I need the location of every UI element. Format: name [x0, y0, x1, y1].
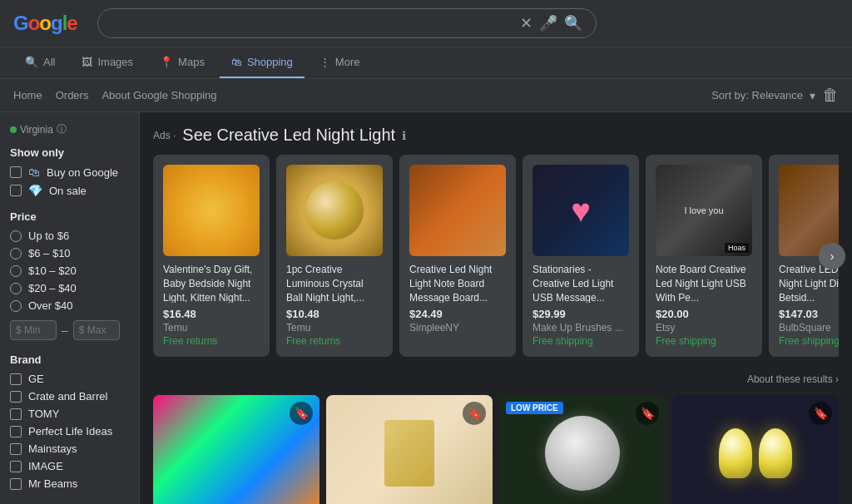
bookmark-button-0[interactable]: 🔖 — [290, 402, 313, 425]
about-results[interactable]: About these results › — [153, 373, 839, 385]
sub-nav-right: Sort by: Relevance ▾ 🗑 — [711, 86, 839, 105]
sort-label: Sort by: Relevance — [711, 89, 803, 101]
product-price-5: $147.03 — [779, 308, 839, 320]
brand-crate-barrel-checkbox[interactable] — [10, 391, 22, 403]
brand-crate-barrel-label: Crate and Barrel — [28, 390, 107, 403]
product-seller-0: Temu — [163, 322, 260, 334]
bookmark-button-2[interactable]: 🔖 — [636, 402, 659, 425]
location-badge: Virginia ⓘ — [10, 122, 129, 136]
brand-mainstays[interactable]: Mainstays — [10, 442, 129, 455]
brand-mr-beams-checkbox[interactable] — [10, 478, 22, 490]
buy-google-checkbox[interactable] — [10, 166, 22, 178]
product-img-2 — [409, 165, 506, 256]
price-up-to-6[interactable]: Up to $6 — [10, 230, 129, 242]
filter-on-sale[interactable]: 💎 On sale — [10, 184, 129, 197]
grid-card-2[interactable]: LOW PRICE 🔖 — [499, 395, 666, 504]
price-radio-4[interactable] — [10, 283, 22, 294]
next-arrow-button[interactable]: › — [819, 243, 845, 269]
tab-more[interactable]: ⋮ More — [308, 47, 372, 78]
grid-card-0[interactable]: 🔖 — [153, 395, 320, 504]
search-bar: Creative Led Night Light ✕ 🎤 🔍 — [97, 8, 597, 38]
price-6-10[interactable]: $6 – $10 — [10, 247, 129, 259]
brand-mainstays-checkbox[interactable] — [10, 443, 22, 455]
price-radio-3[interactable] — [10, 265, 22, 277]
show-only-title: Show only — [10, 146, 129, 159]
brand-tomy[interactable]: TOMY — [10, 408, 129, 420]
price-over-40[interactable]: Over $40 — [10, 299, 129, 312]
product-img-0 — [163, 165, 260, 256]
tab-maps[interactable]: 📍 Maps — [148, 47, 216, 78]
voice-search-button[interactable]: 🎤 — [539, 14, 557, 32]
brand-perfect-life[interactable]: Perfect Life Ideas — [10, 425, 129, 437]
grid-card-3[interactable]: 🔖 — [672, 395, 839, 504]
price-min-input[interactable] — [10, 320, 57, 340]
more-icon: ⋮ — [320, 56, 330, 68]
price-label-3: $10 – $20 — [28, 264, 77, 277]
brand-image-label: IMAGE — [28, 460, 63, 472]
price-radio-2[interactable] — [10, 248, 22, 259]
location-info-icon[interactable]: ⓘ — [57, 122, 67, 136]
header: Google Creative Led Night Light ✕ 🎤 🔍 — [0, 0, 852, 47]
ads-info-icon[interactable]: ℹ — [402, 129, 406, 142]
product-shipping-4: Free shipping — [656, 335, 752, 347]
product-shipping-3: Free shipping — [532, 335, 629, 347]
main-layout: Virginia ⓘ Show only 🛍 Buy on Google 💎 O… — [0, 112, 852, 504]
content-area: Ads · See Creative Led Night Light ℹ Val… — [140, 112, 852, 504]
product-card-1[interactable]: 1pc Creative Luminous Crystal Ball Night… — [276, 155, 393, 357]
price-radio-5[interactable] — [10, 300, 22, 312]
product-price-1: $10.48 — [286, 308, 383, 320]
brand-image-checkbox[interactable] — [10, 461, 22, 472]
brand-ge[interactable]: GE — [10, 373, 129, 385]
tab-all[interactable]: 🔍 All — [13, 47, 67, 78]
buy-google-label: Buy on Google — [47, 166, 118, 179]
ads-products-container: Valentine's Day Gift, Baby Bedside Night… — [153, 155, 839, 357]
product-card-4[interactable]: I love you Hoas Note Board Creative Led … — [646, 155, 762, 357]
brand-image[interactable]: IMAGE — [10, 460, 129, 472]
search-input[interactable]: Creative Led Night Light — [111, 16, 513, 31]
product-card-2[interactable]: Creative Led Night Light Note Board Mess… — [399, 155, 516, 357]
home-link[interactable]: Home — [13, 89, 42, 101]
all-icon: 🔍 — [25, 56, 38, 68]
bookmark-button-3[interactable]: 🔖 — [809, 402, 832, 425]
product-name-4: Note Board Creative Led Night Light USB … — [656, 263, 752, 303]
product-card-0[interactable]: Valentine's Day Gift, Baby Bedside Night… — [153, 155, 270, 357]
search-submit-button[interactable]: 🔍 — [564, 14, 582, 32]
price-label-4: $20 – $40 — [28, 282, 77, 294]
on-sale-icon: 💎 — [28, 184, 42, 197]
brand-mainstays-label: Mainstays — [28, 442, 77, 455]
cart-icon[interactable]: 🗑 — [822, 86, 839, 105]
brand-tomy-checkbox[interactable] — [10, 408, 22, 420]
grid-card-1[interactable]: 🔖 — [326, 395, 493, 504]
shopping-icon: 🛍 — [231, 56, 242, 68]
price-20-40[interactable]: $20 – $40 — [10, 282, 129, 294]
price-range-inputs: – — [10, 320, 129, 340]
brand-mr-beams-label: Mr Beams — [28, 477, 77, 490]
ads-header: Ads · See Creative Led Night Light ℹ — [153, 126, 839, 145]
product-seller-5: BulbSquare — [779, 322, 839, 334]
low-price-badge-2: LOW PRICE — [506, 402, 563, 414]
product-seller-1: Temu — [286, 322, 383, 334]
price-radio-1[interactable] — [10, 230, 22, 242]
bookmark-button-1[interactable]: 🔖 — [463, 402, 486, 425]
orders-link[interactable]: Orders — [56, 89, 89, 101]
price-dash: – — [62, 324, 68, 337]
price-10-20[interactable]: $10 – $20 — [10, 264, 129, 277]
product-card-3[interactable]: ♥ Stationaries - Creative Led Light USB … — [523, 155, 639, 357]
brand-crate-barrel[interactable]: Crate and Barrel — [10, 390, 129, 403]
filter-buy-google[interactable]: 🛍 Buy on Google — [10, 166, 129, 179]
product-name-3: Stationaries - Creative Led Light USB Me… — [532, 263, 629, 303]
on-sale-label: On sale — [49, 185, 87, 197]
show-only-section: Show only 🛍 Buy on Google 💎 On sale — [10, 146, 129, 197]
tab-shopping[interactable]: 🛍 Shopping — [220, 47, 305, 78]
brand-ge-checkbox[interactable] — [10, 373, 22, 385]
tab-images[interactable]: 🖼 Images — [70, 47, 145, 78]
clear-search-button[interactable]: ✕ — [520, 14, 532, 32]
product-shipping-1: Free returns — [286, 335, 383, 347]
on-sale-checkbox[interactable] — [10, 185, 22, 196]
sub-nav: Home Orders About Google Shopping Sort b… — [0, 79, 852, 112]
brand-perfect-life-checkbox[interactable] — [10, 426, 22, 437]
price-max-input[interactable] — [73, 320, 120, 340]
maps-icon: 📍 — [160, 56, 173, 68]
about-shopping-link[interactable]: About Google Shopping — [102, 89, 216, 101]
brand-mr-beams[interactable]: Mr Beams — [10, 477, 129, 490]
